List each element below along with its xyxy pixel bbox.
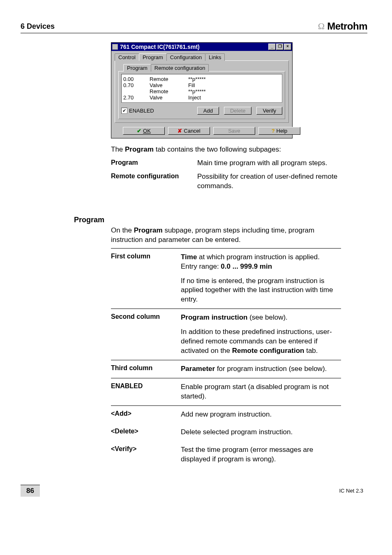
close-button[interactable]: × <box>284 44 291 50</box>
label-second-column: Second column <box>111 313 181 356</box>
cancel-button[interactable]: ✘ Cancel <box>168 127 210 135</box>
value-add: Add new program instruction. <box>181 410 272 419</box>
term-program: Program <box>111 159 197 168</box>
doc-id: IC Net 2.3 <box>45 488 367 494</box>
x-icon: ✘ <box>178 128 182 134</box>
row-second-column: Second column Program instruction (see b… <box>111 309 341 360</box>
text: Entry range: <box>181 263 221 270</box>
help-label: Help <box>277 128 288 134</box>
label-verify: <Verify> <box>111 445 181 464</box>
dialog-buttons: ✔ OK ✘ Cancel Save ? Help <box>115 127 289 135</box>
text: for program instruction (see below). <box>215 365 327 373</box>
footer: 86 IC Net 2.3 <box>21 485 367 497</box>
intro-para: The Program tab contains the two followi… <box>111 145 341 154</box>
row-enabled: ENABLED Enable program start (a disabled… <box>111 378 341 405</box>
program-list[interactable]: 0.00 Remote **p***** 0.70 Valve Fill Rem… <box>121 74 282 103</box>
row-third-column: Third column Parameter for program instr… <box>111 360 341 378</box>
text-bold: Time <box>181 253 197 261</box>
cancel-label: Cancel <box>184 128 200 134</box>
text: at which program instruction is applied. <box>197 253 320 261</box>
term-remote-configuration: Remote configuration <box>111 172 197 191</box>
program-param: **p***** <box>188 76 221 82</box>
save-button[interactable]: Save <box>213 127 255 135</box>
titlebar: 761 Compact IC(761\761.smt) _ ❐ × <box>111 43 292 51</box>
tab-control[interactable]: Control <box>115 53 139 61</box>
label-first-column: First column <box>111 253 181 305</box>
label-delete: <Delete> <box>111 428 181 437</box>
value-first-column: Time at which program instruction is app… <box>181 253 341 305</box>
restore-button[interactable]: ❐ <box>276 44 284 50</box>
label-third-column: Third column <box>111 364 181 374</box>
row-add: <Add> Add new program instruction. <box>111 405 341 424</box>
value-enabled: Enable program start (a disabled program… <box>181 382 341 401</box>
tab-configuration[interactable]: Configuration <box>166 53 205 61</box>
help-button[interactable]: ? Help <box>258 127 300 135</box>
program-param: Fill <box>188 82 221 88</box>
text-bold: Program <box>134 226 163 234</box>
inner-tab-panel: 0.00 Remote **p***** 0.70 Valve Fill Rem… <box>118 71 285 119</box>
inner-tabs: Program Remote configuration <box>123 64 285 71</box>
value-second-column: Program instruction (see below). In addi… <box>181 313 341 356</box>
program-cmd: Remote <box>150 88 178 94</box>
text: (see below). <box>247 313 287 321</box>
page: 6 Devices Ω Metrohm 761 Compact IC(761\7… <box>0 0 392 509</box>
window-title: 761 Compact IC(761\761.smt) <box>119 44 268 50</box>
window-body: Control Program Configuration Links Prog… <box>111 51 292 138</box>
program-para: On the Program subpage, program steps in… <box>111 226 341 245</box>
definition-row: Program Main time program with all progr… <box>111 159 341 168</box>
enabled-checkbox[interactable]: ✔ ENABLED <box>121 108 154 114</box>
desc-program: Main time program with all program steps… <box>197 159 327 168</box>
outer-tabs: Control Program Configuration Links <box>115 53 289 61</box>
text-bold: Parameter <box>181 365 215 373</box>
save-label: Save <box>228 128 240 134</box>
app-window: 761 Compact IC(761\761.smt) _ ❐ × Contro… <box>111 42 293 138</box>
text: If no time is entered, the program instr… <box>181 276 341 305</box>
tab-links[interactable]: Links <box>205 53 225 61</box>
program-param: Inject <box>188 94 221 101</box>
program-time: 2.70 <box>123 94 140 101</box>
add-button[interactable]: Add <box>197 107 219 115</box>
program-heading: Program <box>74 216 367 224</box>
description-table: First column Time at which program instr… <box>111 248 341 468</box>
program-param: **p***** <box>188 88 221 94</box>
inner-tab-program[interactable]: Program <box>123 64 151 71</box>
brand-text: Metrohm <box>327 21 367 32</box>
definition-row: Remote configuration Possibility for cre… <box>111 172 341 191</box>
delete-button[interactable]: Delete <box>224 107 252 115</box>
text: tab. <box>304 347 318 355</box>
program-cmd: Remote <box>150 76 178 82</box>
program-intro: On the Program subpage, program steps in… <box>111 226 341 245</box>
outer-tab-panel: Program Remote configuration 0.00 Remote… <box>115 60 289 123</box>
body-text: The Program tab contains the two followi… <box>111 145 341 191</box>
checkbox-icon: ✔ <box>121 108 127 114</box>
program-cmd: Valve <box>150 82 178 88</box>
ok-button[interactable]: ✔ OK <box>123 127 165 135</box>
text-bold: 0.0 ... 999.9 min <box>221 263 272 270</box>
value-verify: Test the time program (error messages ar… <box>181 445 341 464</box>
program-row[interactable]: 2.70 Valve Inject <box>123 94 280 101</box>
value-delete: Delete selected program instruction. <box>181 428 293 437</box>
text-bold: Program <box>125 145 154 153</box>
brand: Ω Metrohm <box>318 21 367 32</box>
program-row[interactable]: Remote **p***** <box>123 88 280 94</box>
omega-icon: Ω <box>318 21 325 32</box>
value-third-column: Parameter for program instruction (see b… <box>181 364 327 374</box>
program-controls: ✔ ENABLED Add Delete Verify <box>121 107 282 115</box>
desc-remote-configuration: Possibility for creation of user-defined… <box>197 172 341 191</box>
text: On the <box>111 226 134 234</box>
text-bold: Program instruction <box>181 313 247 321</box>
row-delete: <Delete> Delete selected program instruc… <box>111 424 341 441</box>
question-icon: ? <box>272 128 275 134</box>
tab-program[interactable]: Program <box>139 53 167 61</box>
inner-tab-remote-configuration[interactable]: Remote configuration <box>151 64 209 71</box>
program-time: 0.00 <box>123 76 140 82</box>
program-row[interactable]: 0.00 Remote **p***** <box>123 76 280 82</box>
row-verify: <Verify> Test the time program (error me… <box>111 441 341 468</box>
verify-button[interactable]: Verify <box>256 107 282 115</box>
program-row[interactable]: 0.70 Valve Fill <box>123 82 280 88</box>
minimize-button[interactable]: _ <box>268 44 276 50</box>
check-icon: ✔ <box>137 128 141 134</box>
page-number: 86 <box>21 485 40 497</box>
program-time: 0.70 <box>123 82 140 88</box>
program-cmd: Valve <box>150 94 178 101</box>
